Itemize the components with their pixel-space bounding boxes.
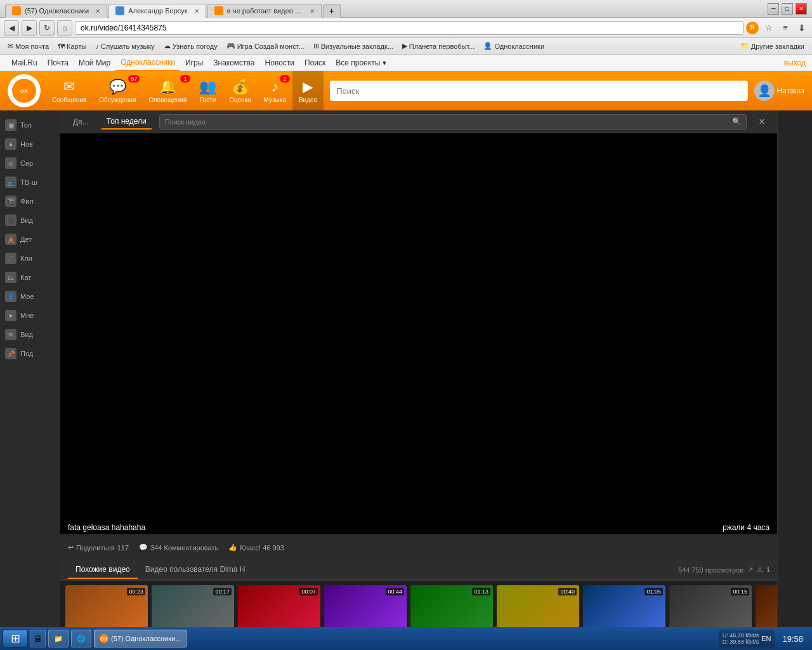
address-bar[interactable] xyxy=(75,21,743,35)
yandex-icon[interactable]: Я xyxy=(746,22,759,34)
tab-user-videos[interactable]: Видео пользователя Dima H xyxy=(138,561,253,579)
forward-button[interactable]: ▶ xyxy=(22,20,37,36)
comment-stat[interactable]: 💬 344 Комментировать xyxy=(139,543,218,552)
like-stat[interactable]: 👍 Класс! 46 993 xyxy=(228,543,284,552)
info-icon[interactable]: ℹ xyxy=(767,566,769,574)
browser-tab-1[interactable]: (57) Одноклассники ✕ xyxy=(5,4,107,18)
download-manager-icon[interactable]: ⬇ xyxy=(796,22,808,34)
browser-tab-2[interactable]: Александр Борсук ✕ xyxy=(108,4,206,18)
search-icon[interactable]: 🔍 xyxy=(732,117,741,126)
bookmark-other[interactable]: 📁 Другие закладки xyxy=(737,41,808,51)
weather-icon: ☁ xyxy=(164,42,171,50)
bookmark-mail[interactable]: ✉ Моя почта xyxy=(4,41,53,51)
browser-icon: 🌐 xyxy=(77,635,86,643)
share-stat[interactable]: ↩ Поделиться 117 xyxy=(68,543,129,552)
sidebar-categories[interactable]: 🗂 Кат xyxy=(0,268,60,287)
home-button[interactable]: ⌂ xyxy=(57,20,72,36)
maximize-button[interactable]: □ xyxy=(782,3,793,15)
header-nav-discussions[interactable]: 57 💬 Обсуждения xyxy=(93,71,142,110)
header-nav-grades-label: Оценки xyxy=(229,96,251,103)
tab-close-2[interactable]: ✕ xyxy=(194,8,199,15)
video-sidebar-icon: 🎥 xyxy=(5,215,16,226)
sidebar-tv[interactable]: 📺 ТВ-ш xyxy=(0,173,60,192)
header-nav-messages[interactable]: ✉ Сообщения xyxy=(46,71,93,110)
topnav-logout[interactable]: выход xyxy=(784,58,806,67)
topnav-znakomstva[interactable]: Знакомства xyxy=(208,55,259,71)
header-nav-grades[interactable]: 💰 Оценки xyxy=(223,71,257,110)
share-views-icon[interactable]: ↗ xyxy=(747,566,753,574)
header-nav-notifications[interactable]: 1 🔔 Оповещения xyxy=(142,71,193,110)
bookmark-maps[interactable]: 🗺 Карты xyxy=(54,41,90,51)
topnav-mailru[interactable]: Mail.Ru xyxy=(6,55,43,71)
topnav-allprojects[interactable]: Все проекты ▾ xyxy=(331,55,391,71)
alert-icon[interactable]: ⚠ xyxy=(757,566,763,574)
video-title-overlay: fata geloasa hahahaha ржали 4 часа xyxy=(60,521,777,534)
browser-tabs: (57) Одноклассники ✕ Александр Борсук ✕ … xyxy=(5,0,342,18)
bookmark-game[interactable]: 🎮 Игра Создай монст... xyxy=(223,41,308,51)
game-icon: 🎮 xyxy=(226,42,235,50)
back-button[interactable]: ◀ xyxy=(4,20,19,36)
taskbar-ok-active[interactable]: OK (57) Одноклассники... xyxy=(94,630,187,647)
topnav-pochta[interactable]: Почта xyxy=(43,55,74,71)
video-player[interactable]: fata geloasa hahahaha ржали 4 часа xyxy=(60,133,777,534)
thumb-img-4: 00:44 xyxy=(324,585,407,632)
series-icon: ◎ xyxy=(5,157,16,169)
header-nav-video[interactable]: ▶ Видео xyxy=(292,71,324,110)
minimize-button[interactable]: ─ xyxy=(768,3,779,15)
tab-close-1[interactable]: ✕ xyxy=(95,8,100,15)
bookmark-planeta[interactable]: ▶ Планета первобыт... xyxy=(398,41,479,51)
start-button[interactable]: ⊞ xyxy=(3,630,28,647)
video-tab-top[interactable]: Топ недели xyxy=(102,114,152,129)
sidebar-series[interactable]: ◎ Сер xyxy=(0,154,60,173)
music-badge: 2 xyxy=(280,75,290,83)
bookmark-ok[interactable]: 👤 Одноклассники xyxy=(480,41,548,51)
topnav-moimir[interactable]: Мой Мир xyxy=(74,55,115,71)
topnav-poisk[interactable]: Поиск xyxy=(299,55,331,71)
user-avatar[interactable]: 👤 xyxy=(754,81,775,101)
taskbar-browser[interactable]: 🌐 xyxy=(71,630,91,647)
desktop-icon: 🖥 xyxy=(34,633,43,644)
user-name[interactable]: Наташа xyxy=(777,86,804,95)
header-nav-music[interactable]: 2 ♪ Музыка xyxy=(258,71,292,110)
bookmark-visual[interactable]: ⊞ Визуальные закладк... xyxy=(310,41,397,51)
sidebar-films[interactable]: 🎬 Фил xyxy=(0,192,60,211)
topnav-igry[interactable]: Игры xyxy=(180,55,208,71)
header-search-input[interactable] xyxy=(330,81,747,101)
bookmark-music[interactable]: ♪ Слушать музыку xyxy=(91,41,158,51)
sidebar-kids[interactable]: 🧸 Дет xyxy=(0,230,60,249)
thumb-duration-2: 00:17 xyxy=(213,588,232,595)
browser-tab-3[interactable]: я не работает видео в одн... ✕ xyxy=(207,4,322,18)
sidebar-subscriptions[interactable]: 📌 Под xyxy=(0,344,60,363)
taskbar-explorer[interactable]: 📁 xyxy=(48,630,69,647)
tab-close-3[interactable]: ✕ xyxy=(310,8,315,15)
star-icon[interactable]: ☆ xyxy=(763,22,775,34)
video-panel-close[interactable]: × xyxy=(754,114,769,129)
sidebar-new[interactable]: ● Нов xyxy=(0,135,60,154)
my-icon: 👤 xyxy=(5,291,16,302)
music-icon: ♪ xyxy=(272,79,278,95)
sidebar-top[interactable]: ▣ Топ xyxy=(0,116,60,135)
taskbar-show-desktop[interactable]: 🖥 xyxy=(30,630,46,647)
header-nav-guests[interactable]: 👥 Гости xyxy=(193,71,223,110)
reload-button[interactable]: ↻ xyxy=(39,20,55,36)
sidebar-clips[interactable]: 🎵 Кли xyxy=(0,249,60,268)
sidebar-watched[interactable]: 👁 Вид xyxy=(0,325,60,344)
topnav-odnoklassniki[interactable]: Одноклассники xyxy=(115,55,180,71)
bookmark-weather[interactable]: ☁ Узнать погоду xyxy=(160,41,221,51)
tab-similar-videos[interactable]: Похожие видео xyxy=(68,561,138,579)
thumb-img-1: 00:23 xyxy=(65,585,148,632)
wrench-icon[interactable]: ≡ xyxy=(779,22,792,34)
toolbar-icons: Я ☆ ≡ ⬇ xyxy=(746,22,808,34)
liked-icon: ♥ xyxy=(5,310,16,321)
topnav-novosti[interactable]: Новости xyxy=(260,55,299,71)
sidebar-video[interactable]: 🎥 Вид xyxy=(0,211,60,230)
video-tab-de[interactable]: Де... xyxy=(68,115,94,129)
sidebar-liked[interactable]: ♥ Мне xyxy=(0,306,60,325)
top-icon: ▣ xyxy=(5,119,16,131)
okru-logo[interactable]: OK xyxy=(8,74,41,107)
new-tab-button[interactable]: + xyxy=(323,4,341,18)
video-icon: ▶ xyxy=(303,79,313,95)
sidebar-my[interactable]: 👤 Мое xyxy=(0,287,60,306)
browser-toolbar: ◀ ▶ ↻ ⌂ Я ☆ ≡ ⬇ xyxy=(0,18,812,38)
close-button[interactable]: ✕ xyxy=(796,3,807,15)
